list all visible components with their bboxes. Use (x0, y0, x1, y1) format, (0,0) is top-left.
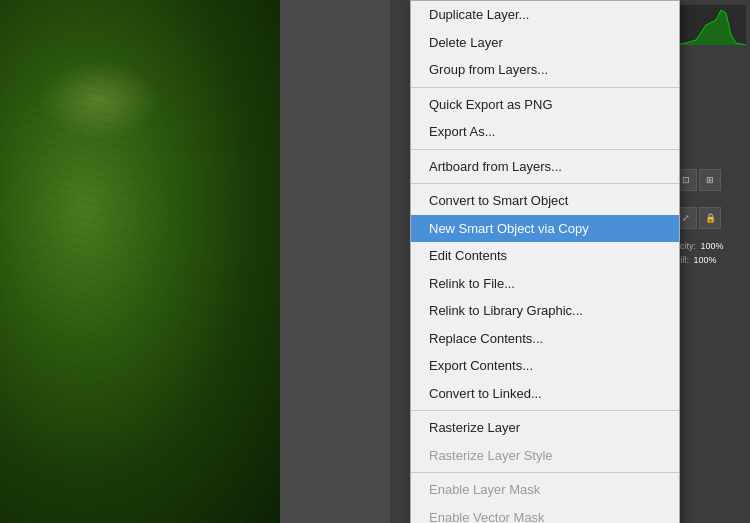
menu-item-rasterize-layer[interactable]: Rasterize Layer (411, 414, 679, 442)
histogram-graph (676, 5, 746, 45)
menu-item-rasterize-layer-style[interactable]: Rasterize Layer Style (411, 442, 679, 470)
grid-icon[interactable]: ⊞ (699, 169, 721, 191)
panel-icon-row-2: ⤢ 🔒 (671, 205, 750, 231)
fill-value: 100% (694, 255, 717, 265)
menu-item-enable-vector-mask[interactable]: Enable Vector Mask (411, 504, 679, 524)
menu-item-relink-to-library[interactable]: Relink to Library Graphic... (411, 297, 679, 325)
menu-item-edit-contents[interactable]: Edit Contents (411, 242, 679, 270)
menu-item-export-contents[interactable]: Export Contents... (411, 352, 679, 380)
panel-controls: ⊡ ⊞ (671, 165, 750, 195)
menu-item-quick-export-png[interactable]: Quick Export as PNG (411, 91, 679, 119)
menu-item-enable-layer-mask[interactable]: Enable Layer Mask (411, 476, 679, 504)
canvas-area (0, 0, 390, 523)
menu-item-convert-to-linked[interactable]: Convert to Linked... (411, 380, 679, 408)
right-panel: ⊡ ⊞ ⤢ 🔒 acity: 100% Fill: 100% (670, 0, 750, 523)
fill-row: Fill: 100% (671, 253, 750, 267)
menu-item-convert-smart-object[interactable]: Convert to Smart Object (411, 187, 679, 215)
menu-separator-13 (411, 410, 679, 411)
menu-separator-15 (411, 472, 679, 473)
menu-item-duplicate-layer[interactable]: Duplicate Layer... (411, 1, 679, 29)
panel-icon-row-1: ⊡ ⊞ (675, 169, 746, 191)
menu-separator-2 (411, 87, 679, 88)
menu-item-replace-contents[interactable]: Replace Contents... (411, 325, 679, 353)
menu-item-export-as[interactable]: Export As... (411, 118, 679, 146)
menu-item-new-smart-object-copy[interactable]: New Smart Object via Copy (411, 215, 679, 243)
menu-item-artboard-from-layers[interactable]: Artboard from Layers... (411, 153, 679, 181)
lock-icon[interactable]: 🔒 (699, 207, 721, 229)
menu-item-relink-to-file[interactable]: Relink to File... (411, 270, 679, 298)
canvas-image (0, 0, 280, 523)
panel-icon-row-tools: ⤢ 🔒 (675, 207, 746, 229)
menu-item-delete-layer[interactable]: Delete Layer (411, 29, 679, 57)
opacity-value: 100% (701, 241, 724, 251)
menu-separator-4 (411, 149, 679, 150)
opacity-row: acity: 100% (671, 239, 750, 253)
panel-graph (676, 5, 746, 45)
menu-item-group-from-layers[interactable]: Group from Layers... (411, 56, 679, 84)
context-menu: Duplicate Layer...Delete LayerGroup from… (410, 0, 680, 523)
menu-separator-5 (411, 183, 679, 184)
